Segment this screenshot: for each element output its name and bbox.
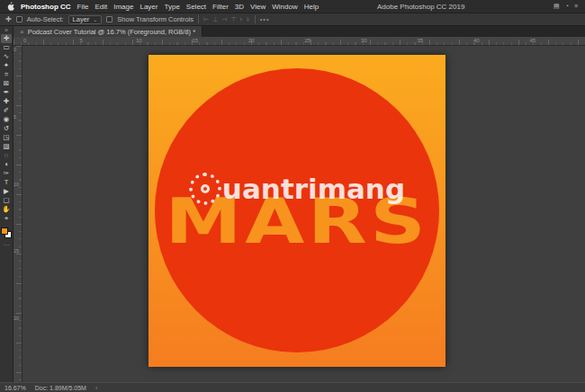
options-bar: ✛ Auto-Select: Layer ⌄ Show Transform Co… [0, 13, 585, 26]
logo-inner-circle [201, 184, 210, 193]
menu-item[interactable]: Type [164, 3, 179, 11]
menu-item[interactable]: Edit [94, 3, 107, 11]
blur-tool[interactable]: ◌ [1, 151, 12, 160]
hand-tool[interactable]: ✋ [1, 205, 12, 214]
align-icon[interactable]: ⊧ [247, 16, 250, 23]
canvas-area[interactable]: MARS uantrimang [22, 46, 585, 382]
menu-item[interactable]: View [250, 3, 266, 11]
type-tool[interactable]: T [1, 178, 12, 187]
menu-item[interactable]: Layer [140, 3, 158, 11]
ruler-number: 20 [14, 315, 22, 382]
zoom-tool[interactable]: ⌖ [1, 214, 12, 223]
horizontal-ruler[interactable]: 051015202530354045 [14, 37, 585, 46]
auto-select-value: Layer [73, 15, 90, 23]
menu-item[interactable]: 3D [235, 3, 244, 11]
menu-item[interactable]: Window [272, 3, 297, 11]
quick-selection-tool[interactable]: ✦ [1, 61, 12, 70]
menu-extra-icon[interactable]: ◔ [565, 3, 569, 10]
auto-select-target-dropdown[interactable]: Layer ⌄ [68, 15, 103, 24]
color-swatches [1, 227, 12, 238]
window-title: Adobe Photoshop CC 2019 [377, 3, 464, 11]
menu-item[interactable]: Select [186, 3, 206, 11]
brush-tool[interactable]: ✐ [1, 106, 12, 115]
watermark-text: uantrimang [222, 173, 405, 205]
align-icon[interactable]: ⊢ [203, 16, 209, 23]
tab-bar: × Podcast Cover Tutorial @ 16.7% (Foregr… [14, 26, 585, 37]
options-divider [255, 15, 256, 23]
menu-item[interactable]: Help [304, 3, 319, 11]
clone-stamp-tool[interactable]: ◉ [1, 115, 12, 124]
status-chevron-icon[interactable]: › [95, 385, 97, 391]
marquee-tool[interactable]: ▭ [1, 43, 12, 52]
workspace: » ✛▭∿✦⌗⊠✒✚✐◉↺◳▨◌◖✑T▶▢✋⌖ ⋯ × Podcast Cove… [0, 26, 585, 382]
menu-items: FileEditImageLayerTypeSelectFilter3DView… [77, 3, 320, 11]
auto-select-checkbox[interactable] [16, 16, 22, 22]
ruler-number: 25 [304, 37, 361, 45]
menu-bar: Photoshop CC FileEditImageLayerTypeSelec… [0, 0, 585, 13]
align-icon[interactable]: ⊤ [230, 16, 236, 23]
vertical-ruler[interactable]: 05101520 [14, 46, 22, 382]
eyedropper-tool[interactable]: ✒ [1, 88, 12, 97]
toolbar-collapse-button[interactable]: » [4, 27, 8, 34]
show-transform-label: Show Transform Controls [117, 15, 194, 23]
menu-item[interactable]: Image [113, 3, 133, 11]
quantrimang-watermark: uantrimang [148, 173, 446, 205]
menu-extra-icon[interactable]: ≡ [574, 3, 578, 10]
tab-close-icon[interactable]: × [20, 28, 24, 36]
horizontal-ruler-numbers: 051015202530354045 [22, 37, 585, 45]
show-transform-checkbox[interactable] [106, 16, 112, 22]
dodge-tool[interactable]: ◖ [1, 160, 12, 169]
tool-bar: » ✛▭∿✦⌗⊠✒✚✐◉↺◳▨◌◖✑T▶▢✋⌖ ⋯ [0, 26, 14, 382]
ruler-number: 20 [248, 37, 304, 45]
zoom-level-field[interactable]: 16.67% [4, 385, 26, 391]
eraser-tool[interactable]: ◳ [1, 133, 12, 142]
menu-item[interactable]: Filter [212, 3, 229, 11]
ruler-number: 15 [192, 37, 248, 45]
chevron-down-icon: ⌄ [93, 16, 97, 22]
lasso-tool[interactable]: ∿ [1, 52, 12, 61]
distribute-options-button[interactable]: ••• [260, 15, 270, 23]
ruler-number: 5 [14, 113, 22, 181]
ruler-number: 10 [135, 37, 192, 45]
path-selection-tool[interactable]: ▶ [1, 187, 12, 196]
align-buttons: ⊢⊥⊣⊤⊦⊧ [203, 16, 250, 23]
shape-tool[interactable]: ▢ [1, 196, 12, 205]
healing-brush-tool[interactable]: ✚ [1, 97, 12, 106]
ruler-number: 15 [14, 247, 22, 315]
history-brush-tool[interactable]: ↺ [1, 124, 12, 133]
pen-tool[interactable]: ✑ [1, 169, 12, 178]
menu-item[interactable]: File [77, 3, 89, 11]
align-icon[interactable]: ⊥ [212, 16, 218, 23]
photoshop-window: Photoshop CC FileEditImageLayerTypeSelec… [0, 0, 585, 392]
vertical-ruler-numbers: 05101520 [14, 46, 22, 382]
crop-tool[interactable]: ⌗ [1, 70, 12, 79]
tab-title: Podcast Cover Tutorial @ 16.7% (Foregrou… [28, 28, 195, 36]
edit-toolbar-button[interactable]: ⋯ [4, 242, 10, 249]
align-icon[interactable]: ⊦ [239, 16, 243, 23]
current-tool-icon[interactable]: ✛ [5, 15, 12, 23]
apple-menu-icon[interactable] [7, 2, 14, 11]
ruler-number: 10 [14, 181, 22, 248]
ruler-number: 0 [14, 46, 22, 113]
ruler-number: 35 [417, 37, 473, 45]
frame-tool[interactable]: ⊠ [1, 79, 12, 88]
ruler-number: 0 [22, 37, 79, 45]
document-canvas[interactable]: MARS uantrimang [148, 55, 446, 367]
move-tool[interactable]: ✛ [1, 34, 12, 43]
align-icon[interactable]: ⊣ [221, 16, 227, 23]
menu-extra-icon[interactable]: ▤ [554, 3, 560, 10]
tools-list: ✛▭∿✦⌗⊠✒✚✐◉↺◳▨◌◖✑T▶▢✋⌖ [1, 34, 12, 223]
gradient-tool[interactable]: ▨ [1, 142, 12, 151]
document-tab[interactable]: × Podcast Cover Tutorial @ 16.7% (Foregr… [14, 26, 202, 37]
ruler-number: 30 [360, 37, 417, 45]
canvas-wrap: 05101520 MARS uantrimang [14, 46, 585, 382]
document-window: × Podcast Cover Tutorial @ 16.7% (Foregr… [14, 26, 585, 382]
ruler-number: 45 [529, 37, 585, 45]
doc-size-info: Doc: 1.89M/5.05M [35, 385, 86, 391]
auto-select-label: Auto-Select: [27, 15, 64, 23]
quantrimang-logo-icon [189, 173, 221, 205]
ruler-number: 5 [79, 37, 136, 45]
ruler-number: 40 [472, 37, 529, 45]
foreground-color-swatch[interactable] [1, 227, 8, 235]
app-menu[interactable]: Photoshop CC [21, 3, 71, 11]
